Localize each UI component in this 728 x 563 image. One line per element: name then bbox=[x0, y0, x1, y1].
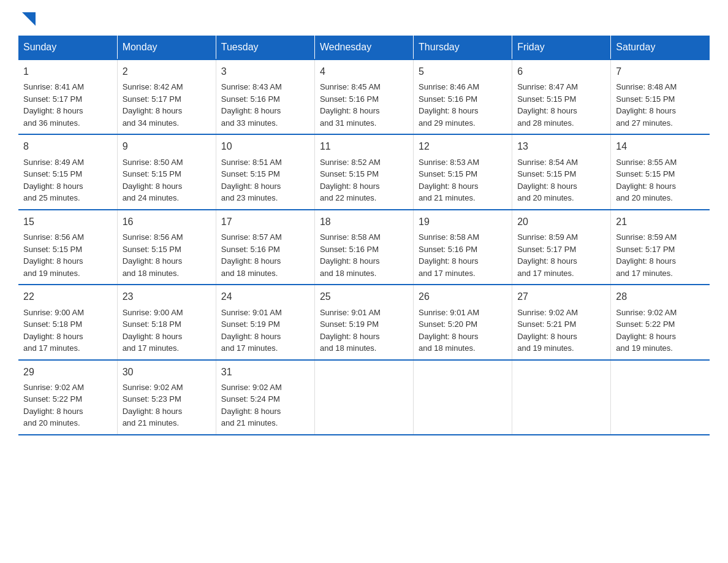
day-number: 2 bbox=[123, 65, 211, 79]
day-info: Sunrise: 8:56 AMSunset: 5:15 PMDaylight:… bbox=[123, 231, 211, 279]
day-cell: 12Sunrise: 8:53 AMSunset: 5:15 PMDayligh… bbox=[414, 134, 512, 209]
day-cell: 7Sunrise: 8:48 AMSunset: 5:15 PMDaylight… bbox=[611, 59, 710, 134]
day-info: Sunrise: 8:41 AMSunset: 5:17 PMDaylight:… bbox=[23, 81, 112, 129]
day-info: Sunrise: 8:57 AMSunset: 5:16 PMDaylight:… bbox=[221, 231, 309, 279]
week-row-3: 15Sunrise: 8:56 AMSunset: 5:15 PMDayligh… bbox=[18, 210, 710, 285]
header-row: SundayMondayTuesdayWednesdayThursdayFrid… bbox=[18, 36, 710, 59]
day-info: Sunrise: 8:45 AMSunset: 5:16 PMDaylight:… bbox=[320, 81, 408, 129]
day-cell: 6Sunrise: 8:47 AMSunset: 5:15 PMDaylight… bbox=[512, 59, 611, 134]
day-cell: 21Sunrise: 8:59 AMSunset: 5:17 PMDayligh… bbox=[611, 210, 710, 285]
day-info: Sunrise: 9:01 AMSunset: 5:19 PMDaylight:… bbox=[221, 307, 309, 354]
day-info: Sunrise: 8:58 AMSunset: 5:16 PMDaylight:… bbox=[419, 231, 507, 279]
day-info: Sunrise: 8:56 AMSunset: 5:15 PMDaylight:… bbox=[23, 231, 112, 279]
day-cell: 5Sunrise: 8:46 AMSunset: 5:16 PMDaylight… bbox=[414, 59, 512, 134]
day-info: Sunrise: 8:58 AMSunset: 5:16 PMDaylight:… bbox=[320, 231, 408, 279]
day-number: 6 bbox=[517, 65, 605, 79]
day-number: 5 bbox=[419, 65, 507, 79]
day-number: 28 bbox=[616, 290, 705, 304]
day-number: 8 bbox=[23, 140, 112, 153]
day-info: Sunrise: 9:02 AMSunset: 5:22 PMDaylight:… bbox=[616, 307, 705, 354]
day-cell: 29Sunrise: 9:02 AMSunset: 5:22 PMDayligh… bbox=[18, 360, 117, 435]
day-cell: 24Sunrise: 9:01 AMSunset: 5:19 PMDayligh… bbox=[216, 285, 314, 359]
day-number: 30 bbox=[123, 366, 211, 379]
day-number: 1 bbox=[23, 65, 112, 79]
col-header-friday: Friday bbox=[512, 36, 611, 59]
day-cell: 30Sunrise: 9:02 AMSunset: 5:23 PMDayligh… bbox=[117, 360, 216, 435]
day-number: 17 bbox=[221, 215, 309, 229]
page-header bbox=[18, 12, 710, 23]
day-number: 18 bbox=[320, 215, 408, 229]
svg-marker-0 bbox=[22, 12, 36, 26]
logo bbox=[18, 12, 36, 23]
day-number: 22 bbox=[23, 290, 112, 304]
week-row-4: 22Sunrise: 9:00 AMSunset: 5:18 PMDayligh… bbox=[18, 285, 710, 359]
day-info: Sunrise: 9:00 AMSunset: 5:18 PMDaylight:… bbox=[23, 307, 112, 354]
day-number: 16 bbox=[123, 215, 211, 229]
day-info: Sunrise: 8:43 AMSunset: 5:16 PMDaylight:… bbox=[221, 81, 309, 129]
col-header-monday: Monday bbox=[117, 36, 216, 59]
day-info: Sunrise: 8:52 AMSunset: 5:15 PMDaylight:… bbox=[320, 156, 408, 204]
day-info: Sunrise: 8:49 AMSunset: 5:15 PMDaylight:… bbox=[23, 156, 112, 204]
col-header-thursday: Thursday bbox=[414, 36, 512, 59]
day-number: 20 bbox=[517, 215, 605, 229]
day-info: Sunrise: 9:01 AMSunset: 5:20 PMDaylight:… bbox=[419, 307, 507, 354]
day-info: Sunrise: 9:02 AMSunset: 5:24 PMDaylight:… bbox=[221, 381, 309, 429]
col-header-saturday: Saturday bbox=[611, 36, 710, 59]
day-number: 19 bbox=[419, 215, 507, 229]
day-cell: 25Sunrise: 9:01 AMSunset: 5:19 PMDayligh… bbox=[314, 285, 413, 359]
day-cell: 15Sunrise: 8:56 AMSunset: 5:15 PMDayligh… bbox=[18, 210, 117, 285]
day-info: Sunrise: 8:46 AMSunset: 5:16 PMDaylight:… bbox=[419, 81, 507, 129]
calendar-table: SundayMondayTuesdayWednesdayThursdayFrid… bbox=[18, 36, 710, 435]
day-cell: 10Sunrise: 8:51 AMSunset: 5:15 PMDayligh… bbox=[216, 134, 314, 209]
day-info: Sunrise: 8:54 AMSunset: 5:15 PMDaylight:… bbox=[517, 156, 605, 204]
day-number: 29 bbox=[23, 366, 112, 379]
day-cell: 1Sunrise: 8:41 AMSunset: 5:17 PMDaylight… bbox=[18, 59, 117, 134]
day-cell: 9Sunrise: 8:50 AMSunset: 5:15 PMDaylight… bbox=[117, 134, 216, 209]
day-info: Sunrise: 8:55 AMSunset: 5:15 PMDaylight:… bbox=[616, 156, 705, 204]
day-cell: 8Sunrise: 8:49 AMSunset: 5:15 PMDaylight… bbox=[18, 134, 117, 209]
day-cell bbox=[512, 360, 611, 435]
day-cell: 11Sunrise: 8:52 AMSunset: 5:15 PMDayligh… bbox=[314, 134, 413, 209]
day-cell: 14Sunrise: 8:55 AMSunset: 5:15 PMDayligh… bbox=[611, 134, 710, 209]
day-number: 3 bbox=[221, 65, 309, 79]
day-number: 7 bbox=[616, 65, 705, 79]
day-number: 10 bbox=[221, 140, 309, 153]
day-cell: 13Sunrise: 8:54 AMSunset: 5:15 PMDayligh… bbox=[512, 134, 611, 209]
day-info: Sunrise: 9:02 AMSunset: 5:21 PMDaylight:… bbox=[517, 307, 605, 354]
day-info: Sunrise: 8:50 AMSunset: 5:15 PMDaylight:… bbox=[123, 156, 211, 204]
day-cell: 16Sunrise: 8:56 AMSunset: 5:15 PMDayligh… bbox=[117, 210, 216, 285]
day-info: Sunrise: 8:59 AMSunset: 5:17 PMDaylight:… bbox=[616, 231, 705, 279]
day-cell: 31Sunrise: 9:02 AMSunset: 5:24 PMDayligh… bbox=[216, 360, 314, 435]
day-cell: 22Sunrise: 9:00 AMSunset: 5:18 PMDayligh… bbox=[18, 285, 117, 359]
day-number: 4 bbox=[320, 65, 408, 79]
day-cell: 3Sunrise: 8:43 AMSunset: 5:16 PMDaylight… bbox=[216, 59, 314, 134]
day-number: 13 bbox=[517, 140, 605, 153]
col-header-tuesday: Tuesday bbox=[216, 36, 314, 59]
day-cell: 17Sunrise: 8:57 AMSunset: 5:16 PMDayligh… bbox=[216, 210, 314, 285]
day-cell: 4Sunrise: 8:45 AMSunset: 5:16 PMDaylight… bbox=[314, 59, 413, 134]
day-cell: 2Sunrise: 8:42 AMSunset: 5:17 PMDaylight… bbox=[117, 59, 216, 134]
day-number: 24 bbox=[221, 290, 309, 304]
day-number: 21 bbox=[616, 215, 705, 229]
day-cell bbox=[414, 360, 512, 435]
day-cell bbox=[314, 360, 413, 435]
day-number: 9 bbox=[123, 140, 211, 153]
day-info: Sunrise: 9:01 AMSunset: 5:19 PMDaylight:… bbox=[320, 307, 408, 354]
day-number: 25 bbox=[320, 290, 408, 304]
day-info: Sunrise: 8:47 AMSunset: 5:15 PMDaylight:… bbox=[517, 81, 605, 129]
logo-triangle-icon bbox=[22, 12, 36, 26]
day-number: 14 bbox=[616, 140, 705, 153]
day-info: Sunrise: 8:53 AMSunset: 5:15 PMDaylight:… bbox=[419, 156, 507, 204]
day-cell: 27Sunrise: 9:02 AMSunset: 5:21 PMDayligh… bbox=[512, 285, 611, 359]
week-row-1: 1Sunrise: 8:41 AMSunset: 5:17 PMDaylight… bbox=[18, 59, 710, 134]
day-cell: 18Sunrise: 8:58 AMSunset: 5:16 PMDayligh… bbox=[314, 210, 413, 285]
day-number: 11 bbox=[320, 140, 408, 153]
day-info: Sunrise: 9:02 AMSunset: 5:22 PMDaylight:… bbox=[23, 381, 112, 429]
day-info: Sunrise: 8:48 AMSunset: 5:15 PMDaylight:… bbox=[616, 81, 705, 129]
week-row-2: 8Sunrise: 8:49 AMSunset: 5:15 PMDaylight… bbox=[18, 134, 710, 209]
day-info: Sunrise: 8:42 AMSunset: 5:17 PMDaylight:… bbox=[123, 81, 211, 129]
day-info: Sunrise: 8:51 AMSunset: 5:15 PMDaylight:… bbox=[221, 156, 309, 204]
day-cell bbox=[611, 360, 710, 435]
day-cell: 19Sunrise: 8:58 AMSunset: 5:16 PMDayligh… bbox=[414, 210, 512, 285]
col-header-sunday: Sunday bbox=[18, 36, 117, 59]
